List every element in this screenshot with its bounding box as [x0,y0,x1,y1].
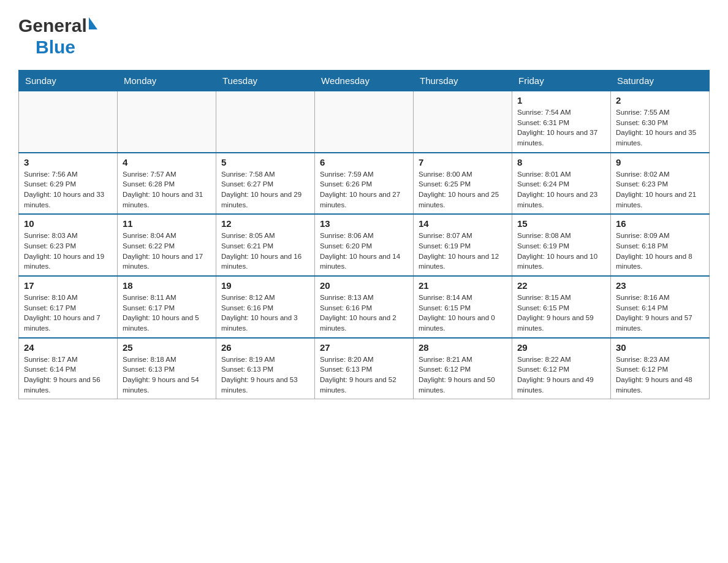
day-number: 27 [320,342,408,353]
weekday-header-saturday: Saturday [611,71,710,91]
calendar-cell: 8Sunrise: 8:01 AM Sunset: 6:24 PM Daylig… [512,153,611,215]
day-info: Sunrise: 8:23 AM Sunset: 6:12 PM Dayligh… [616,354,704,396]
calendar-cell: 7Sunrise: 8:00 AM Sunset: 6:25 PM Daylig… [414,153,512,215]
calendar-cell [216,91,315,153]
day-info: Sunrise: 8:22 AM Sunset: 6:12 PM Dayligh… [517,354,605,396]
logo-triangle-icon [89,17,97,29]
day-info: Sunrise: 8:21 AM Sunset: 6:12 PM Dayligh… [419,354,507,396]
day-number: 26 [221,342,309,353]
day-number: 15 [517,218,605,229]
calendar-cell: 11Sunrise: 8:04 AM Sunset: 6:22 PM Dayli… [118,214,216,276]
day-number: 9 [616,157,704,167]
day-number: 24 [24,342,112,353]
calendar-cell: 26Sunrise: 8:19 AM Sunset: 6:13 PM Dayli… [216,338,315,399]
calendar-cell: 15Sunrise: 8:08 AM Sunset: 6:19 PM Dayli… [512,214,611,276]
day-number: 8 [517,157,605,167]
day-number: 3 [24,157,112,167]
calendar-cell: 22Sunrise: 8:15 AM Sunset: 6:15 PM Dayli… [512,276,611,338]
day-info: Sunrise: 8:11 AM Sunset: 6:17 PM Dayligh… [123,293,211,334]
day-number: 1 [517,95,605,105]
day-number: 16 [616,218,704,229]
day-info: Sunrise: 8:01 AM Sunset: 6:24 PM Dayligh… [517,169,605,210]
day-info: Sunrise: 8:16 AM Sunset: 6:14 PM Dayligh… [616,293,704,334]
day-number: 25 [123,342,211,353]
calendar-cell: 1Sunrise: 7:54 AM Sunset: 6:31 PM Daylig… [512,91,611,153]
calendar-cell: 3Sunrise: 7:56 AM Sunset: 6:29 PM Daylig… [19,153,118,215]
calendar-cell: 5Sunrise: 7:58 AM Sunset: 6:27 PM Daylig… [216,153,315,215]
day-info: Sunrise: 8:20 AM Sunset: 6:13 PM Dayligh… [320,354,408,396]
day-number: 10 [24,218,112,229]
calendar-table: SundayMondayTuesdayWednesdayThursdayFrid… [18,70,710,399]
day-info: Sunrise: 8:17 AM Sunset: 6:14 PM Dayligh… [24,354,112,396]
day-number: 30 [616,342,704,353]
logo: General Blue [18,12,97,58]
calendar-cell: 20Sunrise: 8:13 AM Sunset: 6:16 PM Dayli… [315,276,414,338]
calendar-cell: 12Sunrise: 8:05 AM Sunset: 6:21 PM Dayli… [216,214,315,276]
calendar-cell: 2Sunrise: 7:55 AM Sunset: 6:30 PM Daylig… [611,91,710,153]
calendar-cell: 10Sunrise: 8:03 AM Sunset: 6:23 PM Dayli… [19,214,118,276]
day-info: Sunrise: 8:10 AM Sunset: 6:17 PM Dayligh… [24,293,112,334]
calendar-cell: 30Sunrise: 8:23 AM Sunset: 6:12 PM Dayli… [611,338,710,399]
weekday-header-tuesday: Tuesday [216,71,315,91]
day-info: Sunrise: 8:08 AM Sunset: 6:19 PM Dayligh… [517,231,605,272]
calendar-cell: 17Sunrise: 8:10 AM Sunset: 6:17 PM Dayli… [19,276,118,338]
calendar-cell: 9Sunrise: 8:02 AM Sunset: 6:23 PM Daylig… [611,153,710,215]
calendar-cell: 21Sunrise: 8:14 AM Sunset: 6:15 PM Dayli… [414,276,512,338]
day-number: 17 [24,280,112,291]
week-row-4: 17Sunrise: 8:10 AM Sunset: 6:17 PM Dayli… [19,276,710,338]
day-info: Sunrise: 8:07 AM Sunset: 6:19 PM Dayligh… [419,231,507,272]
day-info: Sunrise: 7:56 AM Sunset: 6:29 PM Dayligh… [24,169,112,210]
day-number: 11 [123,218,211,229]
day-info: Sunrise: 8:13 AM Sunset: 6:16 PM Dayligh… [320,293,408,334]
calendar-cell: 6Sunrise: 7:59 AM Sunset: 6:26 PM Daylig… [315,153,414,215]
calendar-cell: 18Sunrise: 8:11 AM Sunset: 6:17 PM Dayli… [118,276,216,338]
calendar-cell: 13Sunrise: 8:06 AM Sunset: 6:20 PM Dayli… [315,214,414,276]
day-info: Sunrise: 8:03 AM Sunset: 6:23 PM Dayligh… [24,231,112,272]
day-info: Sunrise: 8:18 AM Sunset: 6:13 PM Dayligh… [123,354,211,396]
day-number: 22 [517,280,605,291]
day-number: 23 [616,280,704,291]
day-info: Sunrise: 8:14 AM Sunset: 6:15 PM Dayligh… [419,293,507,334]
day-number: 20 [320,280,408,291]
day-info: Sunrise: 8:05 AM Sunset: 6:21 PM Dayligh… [221,231,309,272]
week-row-5: 24Sunrise: 8:17 AM Sunset: 6:14 PM Dayli… [19,338,710,399]
weekday-header-sunday: Sunday [19,71,118,91]
day-info: Sunrise: 8:09 AM Sunset: 6:18 PM Dayligh… [616,231,704,272]
calendar-cell: 25Sunrise: 8:18 AM Sunset: 6:13 PM Dayli… [118,338,216,399]
day-number: 5 [221,157,309,167]
day-info: Sunrise: 7:58 AM Sunset: 6:27 PM Dayligh… [221,169,309,210]
calendar-cell: 23Sunrise: 8:16 AM Sunset: 6:14 PM Dayli… [611,276,710,338]
calendar-cell: 27Sunrise: 8:20 AM Sunset: 6:13 PM Dayli… [315,338,414,399]
calendar-cell: 19Sunrise: 8:12 AM Sunset: 6:16 PM Dayli… [216,276,315,338]
day-number: 29 [517,342,605,353]
day-info: Sunrise: 7:54 AM Sunset: 6:31 PM Dayligh… [517,107,605,148]
header: General Blue [18,12,710,58]
day-number: 21 [419,280,507,291]
calendar-cell: 4Sunrise: 7:57 AM Sunset: 6:28 PM Daylig… [118,153,216,215]
day-info: Sunrise: 7:55 AM Sunset: 6:30 PM Dayligh… [616,107,704,148]
day-info: Sunrise: 8:00 AM Sunset: 6:25 PM Dayligh… [419,169,507,210]
day-info: Sunrise: 8:06 AM Sunset: 6:20 PM Dayligh… [320,231,408,272]
logo-blue: Blue [36,37,75,58]
week-row-2: 3Sunrise: 7:56 AM Sunset: 6:29 PM Daylig… [19,153,710,215]
calendar-cell [118,91,216,153]
weekday-header-monday: Monday [118,71,216,91]
weekday-header-thursday: Thursday [414,71,512,91]
day-number: 2 [616,95,704,105]
calendar-cell: 24Sunrise: 8:17 AM Sunset: 6:14 PM Dayli… [19,338,118,399]
calendar-cell [19,91,118,153]
day-number: 7 [419,157,507,167]
day-info: Sunrise: 7:57 AM Sunset: 6:28 PM Dayligh… [123,169,211,210]
day-info: Sunrise: 8:04 AM Sunset: 6:22 PM Dayligh… [123,231,211,272]
day-info: Sunrise: 8:12 AM Sunset: 6:16 PM Dayligh… [221,293,309,334]
day-number: 14 [419,218,507,229]
day-number: 12 [221,218,309,229]
calendar-cell: 14Sunrise: 8:07 AM Sunset: 6:19 PM Dayli… [414,214,512,276]
weekday-header-wednesday: Wednesday [315,71,414,91]
day-number: 28 [419,342,507,353]
day-number: 18 [123,280,211,291]
calendar-cell: 16Sunrise: 8:09 AM Sunset: 6:18 PM Dayli… [611,214,710,276]
day-number: 13 [320,218,408,229]
weekday-header-row: SundayMondayTuesdayWednesdayThursdayFrid… [19,71,710,91]
week-row-1: 1Sunrise: 7:54 AM Sunset: 6:31 PM Daylig… [19,91,710,153]
